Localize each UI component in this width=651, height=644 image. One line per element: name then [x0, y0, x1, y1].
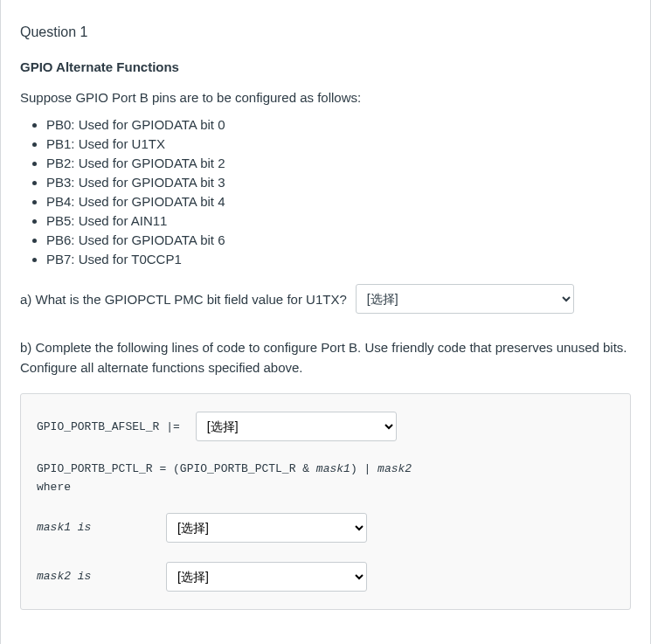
code-box: GPIO_PORTB_AFSEL_R |= [选择] GPIO_PORTB_PC…: [20, 393, 631, 610]
list-item: PB6: Used for GPIODATA bit 6: [46, 232, 631, 247]
list-item: PB5: Used for AIN11: [46, 213, 631, 228]
question-container: Question 1 GPIO Alternate Functions Supp…: [0, 0, 651, 644]
mask2-label: mask2 is: [37, 570, 150, 583]
list-item: PB0: Used for GPIODATA bit 0: [46, 117, 631, 132]
mask2-select[interactable]: [选择]: [166, 562, 367, 592]
part-b-prompt: b) Complete the following lines of code …: [20, 338, 631, 377]
intro-text: Suppose GPIO Port B pins are to be confi…: [20, 90, 631, 105]
mask1-select[interactable]: [选择]: [166, 513, 367, 543]
pctl-mask1-var: mask1: [316, 462, 350, 475]
question-number: Question 1: [20, 24, 631, 40]
list-item: PB1: Used for U1TX: [46, 136, 631, 151]
mask1-row: mask1 is [选择]: [37, 513, 614, 543]
afsel-code: GPIO_PORTB_AFSEL_R |=: [37, 420, 180, 433]
pin-list: PB0: Used for GPIODATA bit 0 PB1: Used f…: [20, 117, 631, 267]
part-a-select[interactable]: [选择]: [356, 284, 574, 314]
mask2-row: mask2 is [选择]: [37, 562, 614, 592]
list-item: PB2: Used for GPIODATA bit 2: [46, 156, 631, 170]
part-a-row: a) What is the GPIOPCTL PMC bit field va…: [20, 284, 631, 314]
list-item: PB7: Used for T0CCP1: [46, 252, 631, 267]
pctl-mask2-var: mask2: [377, 462, 412, 475]
part-a-prompt: a) What is the GPIOPCTL PMC bit field va…: [20, 292, 347, 307]
pctl-middle: ) |: [350, 462, 377, 475]
section-title: GPIO Alternate Functions: [20, 59, 631, 74]
pctl-prefix: GPIO_PORTB_PCTL_R = (GPIO_PORTB_PCTL_R &: [37, 462, 316, 475]
pctl-code-block: GPIO_PORTB_PCTL_R = (GPIO_PORTB_PCTL_R &…: [37, 460, 614, 497]
where-label: where: [37, 481, 71, 494]
list-item: PB4: Used for GPIODATA bit 4: [46, 194, 631, 209]
afsel-row: GPIO_PORTB_AFSEL_R |= [选择]: [37, 412, 614, 441]
afsel-select[interactable]: [选择]: [196, 412, 397, 441]
mask1-label: mask1 is: [37, 521, 150, 534]
list-item: PB3: Used for GPIODATA bit 3: [46, 175, 631, 190]
